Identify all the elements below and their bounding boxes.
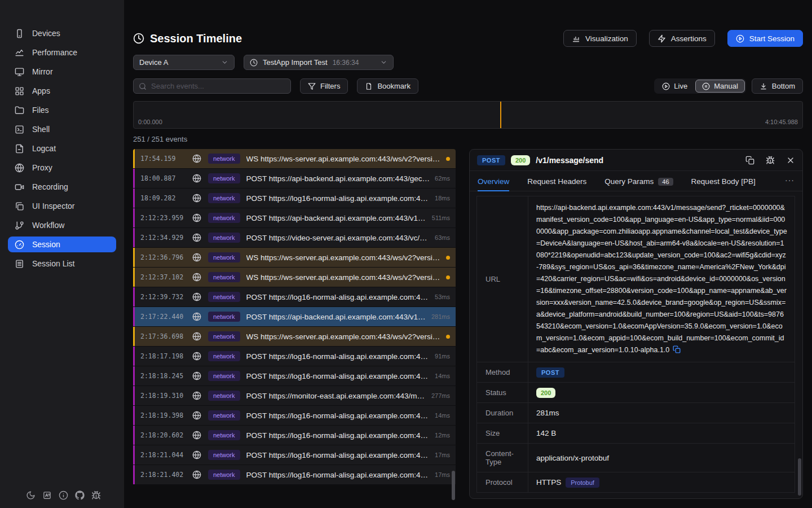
sidebar-item-label: Files (32, 106, 49, 115)
event-row[interactable]: 2:18:19.310 network POST https://monitor… (133, 386, 456, 406)
sidebar-item-shell[interactable]: Shell (8, 121, 116, 137)
github-icon[interactable] (75, 491, 85, 500)
event-url: WS https://ws-server.api.example.com:443… (246, 253, 441, 262)
field-label: Protocol (477, 472, 528, 493)
event-url: WS https://ws-server.api.example.com:443… (246, 332, 441, 341)
assertions-button[interactable]: Assertions (649, 30, 715, 47)
method-badge: POST (477, 155, 505, 165)
event-color-bar (133, 189, 135, 208)
copy-url-icon[interactable] (673, 345, 681, 353)
copy-icon[interactable] (745, 156, 754, 165)
event-row[interactable]: 2:12:23.959 network POST https://api-bac… (133, 208, 456, 228)
more-tabs-button[interactable]: ··· (785, 176, 795, 191)
tab-request-headers[interactable]: Request Headers (527, 177, 586, 191)
event-color-bar (133, 406, 135, 425)
timeline-marker[interactable] (500, 102, 501, 128)
event-row[interactable]: 2:18:20.602 network POST https://log16-n… (133, 426, 456, 445)
event-color-bar (133, 445, 135, 465)
sidebar-item-performance[interactable]: Performance (8, 45, 116, 60)
event-duration: 511ms (432, 214, 450, 221)
sidebar-item-session-list[interactable]: Session List (8, 256, 116, 271)
scroll-to-bottom-button[interactable]: Bottom (752, 78, 803, 94)
chevron-down-icon (380, 59, 387, 66)
event-row[interactable]: 2:17:22.440 network POST https://api-bac… (133, 307, 456, 327)
event-row[interactable]: 2:18:21.044 network POST https://log16-n… (133, 445, 456, 465)
sidebar-item-apps[interactable]: Apps (8, 83, 116, 99)
layers-icon (15, 202, 24, 211)
sidebar-item-ui-inspector[interactable]: UI Inspector (8, 198, 116, 214)
event-row[interactable]: 2:18:17.198 network POST https://log16-n… (133, 347, 456, 366)
sidebar-item-session[interactable]: Session (8, 237, 116, 252)
live-toggle[interactable]: Live (655, 80, 694, 93)
event-row[interactable]: 17:54.159 network WS https://ws-server.a… (133, 149, 456, 169)
sidebar-item-label: Proxy (32, 163, 52, 172)
event-row[interactable]: 2:12:36.796 network WS https://ws-server… (133, 248, 456, 268)
event-row[interactable]: 2:17:36.698 network WS https://ws-server… (133, 327, 456, 347)
sidebar-item-devices[interactable]: Devices (8, 25, 116, 41)
bug-icon[interactable] (91, 491, 101, 500)
protobuf-badge: Protobuf (566, 478, 599, 488)
sidebar-item-label: Shell (32, 125, 50, 134)
status-badge: 200 (511, 155, 530, 165)
table-row: Content-Type application/x-protobuf (477, 444, 795, 472)
sidebar-item-logcat[interactable]: Logcat (8, 141, 116, 156)
event-url: POST https://log16-normal-alisg.api.exam… (246, 372, 431, 380)
event-row[interactable]: 2:18:21.402 network POST https://log16-n… (133, 465, 456, 485)
request-detail-panel: POST 200 /v1/message/send Overview Reque… (469, 149, 803, 499)
event-color-bar (133, 386, 135, 405)
session-select[interactable]: TestApp Import Test 16:36:34 (244, 55, 394, 70)
event-row[interactable]: 18:09.282 network POST https://log16-nor… (133, 189, 456, 208)
event-row[interactable]: 2:12:37.102 network WS https://ws-server… (133, 268, 456, 287)
bug-icon[interactable] (766, 156, 775, 165)
assertions-label: Assertions (671, 34, 707, 43)
tab-overview[interactable]: Overview (478, 177, 509, 191)
bottom-label: Bottom (772, 82, 795, 90)
detail-tabs: Overview Request Headers Query Params46 … (470, 171, 802, 191)
bookmark-button[interactable]: Bookmark (357, 78, 418, 94)
close-icon[interactable] (786, 156, 795, 165)
tab-request-body[interactable]: Request Body [PB] (691, 177, 756, 191)
event-row[interactable]: 2:12:39.732 network POST https://log16-n… (133, 287, 456, 307)
event-badge: network (208, 272, 240, 282)
start-session-button[interactable]: Start Session (727, 30, 803, 47)
grid-icon (15, 86, 24, 96)
event-row[interactable]: 18:00.887 network POST https://api-backe… (133, 169, 456, 189)
event-badge: network (208, 430, 240, 440)
sidebar-item-label: UI Inspector (32, 202, 74, 211)
manual-toggle[interactable]: Manual (695, 80, 745, 93)
moon-icon[interactable] (26, 491, 36, 500)
globe-icon (15, 163, 24, 173)
globe-icon (192, 174, 201, 183)
sidebar-item-label: Recording (32, 182, 68, 191)
sidebar-item-recording[interactable]: Recording (8, 179, 116, 195)
field-label: Method (477, 362, 528, 383)
visualization-button[interactable]: Visualization (563, 30, 637, 47)
ws-dot (446, 275, 450, 279)
sidebar-item-workflow[interactable]: Workflow (8, 217, 116, 233)
language-icon[interactable] (42, 491, 52, 500)
sidebar-item-proxy[interactable]: Proxy (8, 160, 116, 176)
search-input[interactable] (151, 82, 285, 90)
search-box[interactable] (133, 78, 291, 94)
sidebar-item-files[interactable]: Files (8, 102, 116, 118)
info-icon[interactable] (59, 491, 68, 500)
event-list-scrollbar[interactable] (452, 471, 455, 500)
tab-query-params[interactable]: Query Params46 (604, 177, 673, 191)
event-row[interactable]: 2:12:34.929 network POST https://video-s… (133, 228, 456, 248)
sidebar-item-mirror[interactable]: Mirror (8, 64, 116, 80)
event-row[interactable]: 2:18:19.398 network POST https://log16-n… (133, 406, 456, 426)
device-select[interactable]: Device A (133, 55, 235, 70)
gauge-icon (15, 240, 24, 249)
event-row[interactable]: 2:18:18.245 network POST https://log16-n… (133, 366, 456, 386)
detail-scrollbar[interactable] (798, 458, 801, 496)
event-duration: 17ms (435, 471, 450, 478)
event-time: 2:18:20.602 (140, 431, 189, 439)
field-label: Content-Type (477, 444, 528, 472)
timeline-track[interactable]: 0:00.000 4:10:45.988 (133, 101, 803, 129)
event-duration: 277ms (431, 392, 450, 399)
event-url: POST https://log16-normal-alisg.api.exam… (246, 431, 431, 440)
event-duration: 281ms (431, 313, 450, 320)
filters-button[interactable]: Filters (300, 78, 348, 94)
file-text-icon (15, 144, 24, 154)
bookmark-icon (365, 82, 373, 90)
